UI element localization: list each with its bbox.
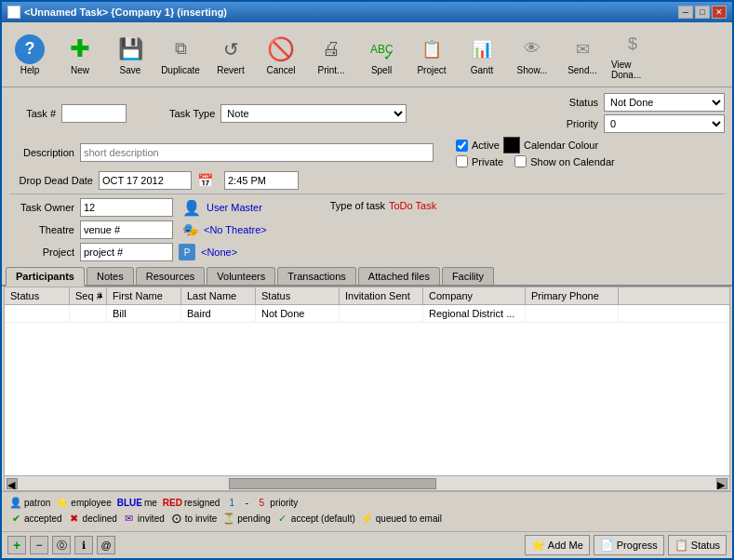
- tab-transactions[interactable]: Transactions: [277, 267, 356, 285]
- task-type-label: Task Type: [169, 108, 215, 119]
- participants-table: Status Seq # ▲ First Name Last Name Stat…: [4, 287, 730, 491]
- tab-participants[interactable]: Participants: [6, 267, 85, 287]
- status-btn-label: Status: [691, 540, 720, 551]
- calendar-colour-swatch[interactable]: [503, 137, 520, 153]
- duplicate-label: Duplicate: [161, 65, 200, 75]
- tab-resources[interactable]: Resources: [136, 267, 206, 285]
- show-button[interactable]: 👁 Show...: [508, 31, 556, 79]
- scroll-right-btn[interactable]: ▶: [716, 478, 727, 489]
- send-button[interactable]: ✉ Send...: [558, 31, 607, 79]
- calendar-icon[interactable]: 📅: [197, 173, 213, 188]
- status-select[interactable]: Not Done Done Pending: [604, 93, 725, 112]
- cancel-button[interactable]: 🚫 Cancel: [257, 31, 305, 79]
- form-row-description: Description Active Calendar Colour Priva…: [9, 137, 725, 167]
- scroll-thumb[interactable]: [229, 478, 436, 489]
- queued-email-text: queued to email: [376, 513, 442, 524]
- user-icon: 👤: [182, 199, 201, 217]
- spell-label: Spell: [371, 65, 392, 75]
- revert-button[interactable]: ↺ Revert: [207, 31, 255, 79]
- active-checkbox[interactable]: [456, 140, 468, 152]
- todo-task-link[interactable]: ToDo Task: [389, 200, 436, 211]
- patron-text: patron: [24, 498, 50, 508]
- priority-label: Priority: [561, 118, 598, 129]
- patron-icon: 👤: [9, 496, 22, 509]
- spell-button[interactable]: ABC ✓ Spell: [357, 31, 406, 79]
- status-button[interactable]: 📋 Status: [668, 535, 727, 555]
- sort-arrow-icon: ▲: [97, 291, 104, 300]
- priority-select[interactable]: 012345: [604, 114, 725, 133]
- legend-me: BLUE me: [117, 498, 157, 508]
- duplicate-button[interactable]: ⧉ Duplicate: [156, 31, 205, 79]
- help-button[interactable]: ? Help: [6, 31, 54, 79]
- time-input[interactable]: [224, 171, 299, 190]
- priority-icon2: -: [240, 496, 253, 509]
- title-bar-left: <Unnamed Task> {Company 1} (inserting): [7, 6, 227, 19]
- info-circle-button[interactable]: ⓪: [52, 536, 71, 554]
- accept-default-text: accept (default): [291, 513, 355, 524]
- tab-facility[interactable]: Facility: [442, 267, 494, 285]
- add-me-icon: ⭐: [531, 539, 545, 552]
- legend-patron: 👤 patron: [9, 496, 50, 509]
- drop-dead-date-input[interactable]: [99, 171, 192, 190]
- gantt-icon: 📊: [467, 34, 497, 64]
- pending-icon: ⏳: [222, 512, 235, 525]
- info-button[interactable]: ℹ: [74, 536, 93, 554]
- tabs-area: Participants Notes Resources Volunteers …: [2, 267, 732, 558]
- scroll-left-btn[interactable]: ◀: [7, 478, 18, 489]
- resigned-text: resigned: [184, 498, 220, 508]
- svg-text:✓: ✓: [383, 48, 394, 62]
- th-fname: First Name: [107, 287, 181, 304]
- tab-bar: Participants Notes Resources Volunteers …: [2, 267, 732, 287]
- no-theatre-link[interactable]: <No Theatre>: [204, 224, 267, 235]
- progress-button[interactable]: 📄 Progress: [594, 535, 664, 555]
- save-button[interactable]: 💾 Save: [106, 31, 154, 79]
- none-link[interactable]: <None>: [201, 247, 237, 258]
- user-master-link[interactable]: User Master: [207, 202, 262, 213]
- horizontal-scrollbar[interactable]: ◀ ▶: [5, 475, 729, 490]
- help-icon: ?: [15, 34, 45, 64]
- revert-icon: ↺: [216, 34, 246, 64]
- scroll-track[interactable]: [21, 478, 713, 489]
- to-invite-icon: ⊙: [170, 512, 183, 525]
- viewdona-button[interactable]: $ View Dona...: [608, 25, 657, 84]
- project-input[interactable]: [80, 243, 173, 261]
- theatre-input[interactable]: [80, 220, 173, 239]
- add-me-button[interactable]: ⭐ Add Me: [525, 535, 590, 555]
- new-button[interactable]: ✚ New: [56, 31, 104, 79]
- drop-dead-date-label: Drop Dead Date: [9, 175, 93, 186]
- legend-resigned: RED resigned: [163, 498, 220, 508]
- th-status: Status: [5, 287, 70, 304]
- table-body: Bill Baird Not Done Regional District ..…: [5, 305, 729, 475]
- resigned-icon: RED: [163, 498, 182, 508]
- table-row[interactable]: Bill Baird Not Done Regional District ..…: [5, 305, 729, 323]
- minimize-button[interactable]: ─: [678, 6, 693, 19]
- private-checkbox[interactable]: [456, 155, 468, 167]
- priority-icon3: 5: [255, 496, 268, 509]
- cancel-icon: 🚫: [266, 34, 296, 64]
- td-phone: [526, 305, 619, 322]
- close-button[interactable]: ✕: [712, 6, 727, 19]
- task-owner-input[interactable]: [80, 198, 173, 217]
- at-button[interactable]: @: [97, 536, 115, 554]
- maximize-button[interactable]: □: [695, 6, 710, 19]
- legend-declined: ✖ declined: [68, 512, 117, 525]
- declined-icon: ✖: [68, 512, 81, 525]
- tab-volunteers[interactable]: Volunteers: [207, 267, 275, 285]
- revert-label: Revert: [217, 65, 244, 75]
- project-button[interactable]: 📋 Project: [407, 31, 456, 79]
- task-num-input[interactable]: [61, 104, 127, 123]
- gantt-button[interactable]: 📊 Gantt: [458, 31, 506, 79]
- remove-row-button[interactable]: −: [30, 536, 48, 554]
- add-row-button[interactable]: +: [7, 536, 26, 554]
- print-icon: 🖨: [316, 34, 346, 64]
- tab-attached-files[interactable]: Attached files: [358, 267, 440, 285]
- show-on-cal-checkbox[interactable]: [514, 155, 527, 167]
- priority-icon: 1: [225, 496, 238, 509]
- priority-text: priority: [270, 498, 298, 508]
- task-type-select[interactable]: Note Task Call Email: [220, 104, 407, 123]
- print-button[interactable]: 🖨 Print...: [307, 31, 355, 79]
- th-pstatus: Status: [256, 287, 340, 304]
- window-icon: [7, 6, 20, 19]
- description-input[interactable]: [80, 143, 434, 162]
- tab-notes[interactable]: Notes: [87, 267, 134, 285]
